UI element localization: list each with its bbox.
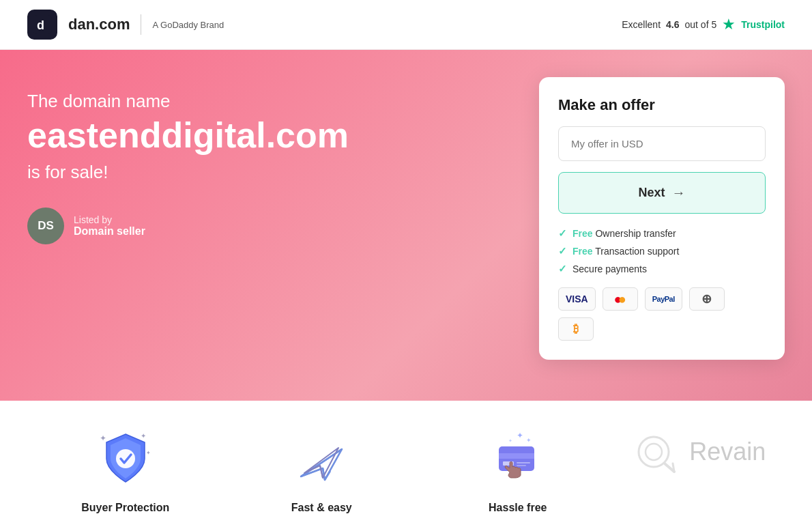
svg-rect-14 [499, 453, 534, 459]
trustpilot-score: 4.6 [666, 19, 679, 30]
svg-line-21 [673, 463, 674, 472]
header-divider [141, 14, 141, 35]
feature-hassle-free: ✦ ✦ ✦ Hassle freepayments [420, 428, 616, 514]
listed-by-info: Listed by Domain seller [74, 214, 145, 238]
trustpilot-out-of: out of 5 [685, 19, 717, 30]
offer-title: Make an offer [558, 96, 766, 114]
feature-hassle-free-label: Hassle freepayments [489, 500, 547, 514]
hero-subtitle: The domain name [27, 91, 539, 112]
buyer-protection-icon: ✦ ✦ ✦ [95, 428, 156, 489]
svg-point-5 [116, 449, 135, 468]
listed-by: DS Listed by Domain seller [27, 208, 539, 244]
benefit-item-3: ✓ Secure payments [558, 263, 766, 275]
feature-fast-transfers-label: Fast & easytransfers [291, 500, 352, 514]
avatar: DS [27, 208, 64, 244]
visa-payment-icon: VISA [558, 287, 596, 311]
mastercard-payment-icon: ●● [603, 287, 638, 311]
hero-section: The domain name eastenddigital.com is fo… [0, 50, 812, 401]
trustpilot-label: Excellent [622, 19, 661, 30]
benefit-item-2: ✓ Free Transaction support [558, 245, 766, 257]
svg-text:✦: ✦ [146, 450, 151, 456]
svg-text:d: d [37, 18, 44, 32]
hero-domain: eastenddigital.com [27, 116, 539, 155]
benefit-2-text: Free Transaction support [572, 246, 679, 257]
revain-logo-icon [635, 428, 682, 476]
svg-text:✦: ✦ [508, 438, 512, 443]
next-button[interactable]: Next → [558, 172, 766, 214]
header-left: d dan.com A GoDaddy Brand [27, 10, 224, 40]
fast-transfers-icon [291, 428, 352, 489]
hero-sale-text: is for sale! [27, 162, 539, 183]
payment-icons: VISA ●● PayPal ⊕ ₿ [558, 287, 766, 341]
trustpilot-star-icon: ★ [722, 16, 736, 33]
paypal-payment-icon: PayPal [645, 287, 682, 311]
svg-point-19 [646, 444, 662, 460]
benefits-list: ✓ Free Ownership transfer ✓ Free Transac… [558, 227, 766, 275]
godaddy-label: A GoDaddy Brand [152, 20, 224, 30]
dan-logo-icon: d [27, 10, 57, 40]
trustpilot-area: Excellent 4.6 out of 5 ★ Trustpilot [622, 16, 785, 33]
benefit-1-text: Free Ownership transfer [572, 228, 676, 239]
check-icon-1: ✓ [558, 227, 567, 240]
listed-by-label: Listed by [74, 214, 145, 225]
svg-rect-17 [517, 465, 526, 466]
feature-buyer-protection-label: Buyer Protectionprogram [81, 500, 169, 514]
offer-card: Make an offer Next → ✓ Free Ownership tr… [539, 77, 785, 360]
feature-fast-transfers: Fast & easytransfers [224, 428, 420, 514]
svg-text:✦: ✦ [141, 432, 146, 440]
svg-text:✦: ✦ [517, 431, 523, 440]
arrow-right-icon: → [672, 185, 686, 201]
bitcoin-payment-icon: ₿ [558, 317, 594, 341]
svg-text:✦: ✦ [100, 433, 106, 443]
offer-input[interactable] [558, 126, 766, 161]
hassle-free-icon: ✦ ✦ ✦ [487, 428, 549, 489]
listed-by-name: Domain seller [74, 225, 145, 238]
revain-area: Revain [616, 428, 785, 476]
features-section: ✦ ✦ ✦ Buyer Protectionprogram [0, 401, 812, 514]
check-icon-2: ✓ [558, 245, 567, 257]
benefit-3-text: Secure payments [572, 263, 647, 274]
revain-text: Revain [689, 438, 766, 466]
check-icon-3: ✓ [558, 263, 567, 275]
trustpilot-name: Trustpilot [741, 19, 785, 30]
escrow-payment-icon: ⊕ [689, 287, 725, 311]
svg-text:✦: ✦ [526, 437, 532, 444]
next-button-label: Next [638, 186, 665, 200]
svg-line-9 [320, 466, 323, 478]
benefit-item-1: ✓ Free Ownership transfer [558, 227, 766, 240]
logo-text: dan.com [68, 16, 130, 33]
feature-buyer-protection: ✦ ✦ ✦ Buyer Protectionprogram [27, 428, 224, 514]
hero-content: The domain name eastenddigital.com is fo… [27, 84, 539, 244]
svg-rect-16 [517, 462, 530, 463]
header: d dan.com A GoDaddy Brand Excellent 4.6 … [0, 0, 812, 50]
